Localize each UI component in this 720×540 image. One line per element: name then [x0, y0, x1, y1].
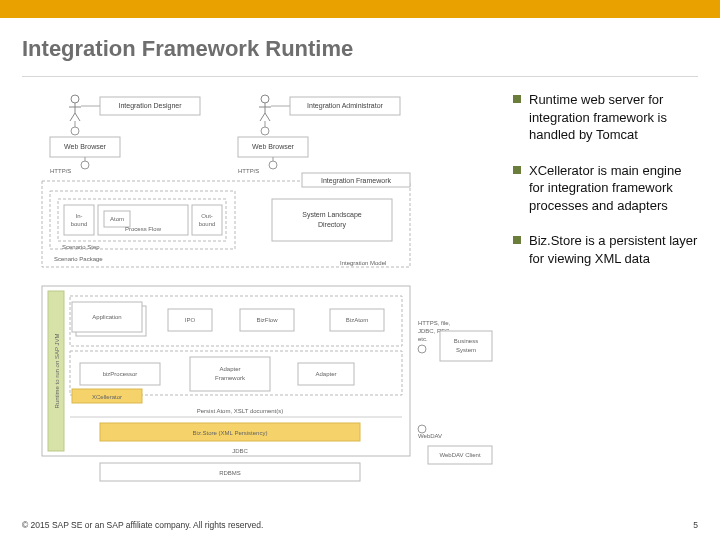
- svg-line-3: [70, 113, 75, 121]
- svg-point-0: [71, 95, 79, 103]
- svg-text:Persist Atom, XSLT document(s): Persist Atom, XSLT document(s): [197, 408, 283, 414]
- svg-text:Process Flow: Process Flow: [125, 226, 162, 232]
- svg-rect-58: [190, 357, 270, 391]
- bullet-item: Runtime web server for integration frame…: [513, 91, 698, 144]
- svg-point-8: [261, 95, 269, 103]
- svg-text:WebDAV Client: WebDAV Client: [439, 452, 480, 458]
- svg-point-18: [71, 127, 79, 135]
- svg-text:Scenario Package: Scenario Package: [54, 256, 103, 262]
- bullet-item: Biz.Store is a persistent layer for view…: [513, 232, 698, 267]
- svg-text:etc.: etc.: [418, 336, 428, 342]
- svg-text:Framework: Framework: [215, 375, 246, 381]
- svg-text:BizFlow: BizFlow: [256, 317, 278, 323]
- http-label-right: HTTP/S: [238, 168, 259, 174]
- bullet-text: Biz.Store is a persistent layer for view…: [529, 232, 698, 267]
- svg-text:IPO: IPO: [185, 317, 196, 323]
- svg-text:System: System: [456, 347, 476, 353]
- svg-text:Adapter: Adapter: [315, 371, 336, 377]
- page-title: Integration Framework Runtime: [0, 18, 720, 76]
- diagram-column: Integration Designer Integration Adminis…: [40, 91, 495, 490]
- bullet-text: Runtime web server for integration frame…: [529, 91, 698, 144]
- page-number: 5: [693, 520, 698, 530]
- svg-text:Integration Framework: Integration Framework: [321, 177, 392, 185]
- svg-text:Directory: Directory: [318, 221, 347, 229]
- svg-text:Business: Business: [454, 338, 478, 344]
- svg-text:Atom: Atom: [110, 216, 124, 222]
- svg-text:Runtime to run on SAP JVM: Runtime to run on SAP JVM: [54, 334, 60, 409]
- svg-text:Integration Model: Integration Model: [340, 260, 386, 266]
- svg-line-4: [75, 113, 80, 121]
- svg-point-76: [418, 425, 426, 433]
- svg-text:Adapter: Adapter: [219, 366, 240, 372]
- svg-text:bound: bound: [199, 221, 216, 227]
- svg-rect-39: [192, 205, 222, 235]
- svg-text:In-: In-: [75, 213, 82, 219]
- svg-text:RDBMS: RDBMS: [219, 470, 241, 476]
- business-system: [440, 331, 492, 361]
- svg-text:Application: Application: [92, 314, 121, 320]
- sld-box: [272, 199, 392, 241]
- accent-bar: [0, 0, 720, 18]
- architecture-diagram: Integration Designer Integration Adminis…: [40, 91, 495, 486]
- svg-line-12: [265, 113, 270, 121]
- svg-text:System Landscape: System Landscape: [302, 211, 362, 219]
- svg-point-22: [81, 161, 89, 169]
- bullet-icon: [513, 166, 521, 174]
- svg-text:Web Browser: Web Browser: [64, 143, 107, 150]
- bullet-icon: [513, 236, 521, 244]
- svg-text:bizProcessor: bizProcessor: [103, 371, 138, 377]
- svg-rect-32: [64, 205, 94, 235]
- svg-text:XCellerator: XCellerator: [92, 394, 122, 400]
- svg-text:Web Browser: Web Browser: [252, 143, 295, 150]
- actor-designer: Integration Designer: [69, 95, 200, 121]
- bullet-item: XCellerator is main engine for integrati…: [513, 162, 698, 215]
- content-row: Integration Designer Integration Adminis…: [0, 77, 720, 490]
- actor-admin: Integration Administrator: [259, 95, 400, 121]
- svg-text:JDBC: JDBC: [232, 448, 248, 454]
- svg-text:Integration Designer: Integration Designer: [118, 102, 182, 110]
- svg-text:HTTPS, file,: HTTPS, file,: [418, 320, 451, 326]
- footer: © 2015 SAP SE or an SAP affiliate compan…: [0, 514, 720, 540]
- svg-point-72: [418, 345, 426, 353]
- svg-text:Scenario Step: Scenario Step: [62, 244, 100, 250]
- bullet-icon: [513, 95, 521, 103]
- svg-text:Biz.Store (XML Persistency): Biz.Store (XML Persistency): [193, 430, 268, 436]
- svg-text:Integration Administrator: Integration Administrator: [307, 102, 384, 110]
- bullets-column: Runtime web server for integration frame…: [513, 91, 698, 490]
- bullet-text: XCellerator is main engine for integrati…: [529, 162, 698, 215]
- svg-point-20: [261, 127, 269, 135]
- http-label-left: HTTP/S: [50, 168, 71, 174]
- svg-text:bound: bound: [71, 221, 88, 227]
- svg-text:BizAtom: BizAtom: [346, 317, 368, 323]
- copyright: © 2015 SAP SE or an SAP affiliate compan…: [22, 520, 263, 530]
- svg-point-24: [269, 161, 277, 169]
- svg-text:WebDAV: WebDAV: [418, 433, 442, 439]
- svg-text:Out-: Out-: [201, 213, 213, 219]
- svg-line-11: [260, 113, 265, 121]
